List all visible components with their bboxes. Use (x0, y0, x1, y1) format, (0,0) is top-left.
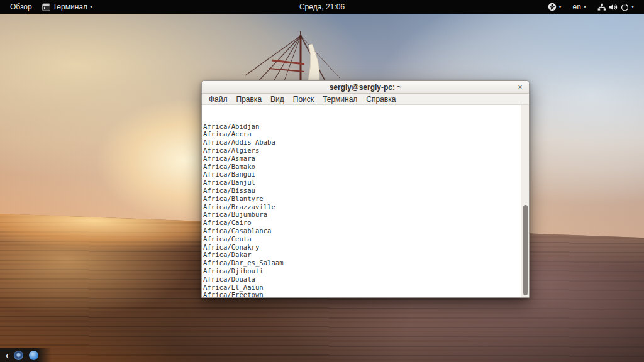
terminal-output-line: Africa/Bissau (203, 187, 521, 195)
overview-label: Обзор (10, 3, 32, 11)
app-menu-label: Терминал (53, 3, 87, 11)
chevron-down-icon: ▾ (90, 4, 92, 9)
dock-collapse-chevron-icon[interactable]: ‹ (6, 351, 8, 359)
menu-item[interactable]: Файл (204, 95, 232, 104)
terminal-output-line: Africa/Asmara (203, 155, 521, 163)
accessibility-menu[interactable]: ▾ (544, 1, 565, 13)
wired-network-icon (597, 3, 606, 11)
keyboard-layout-label: en (573, 3, 581, 11)
terminal-output-line: Africa/Banjul (203, 178, 521, 187)
terminal-output-line: Africa/Dar_es_Salaam (203, 259, 521, 267)
terminal-output-line: Africa/Ceuta (203, 235, 521, 243)
dock-app-icon-2[interactable] (29, 351, 38, 360)
terminal-output-line: Africa/Blantyre (203, 195, 521, 203)
terminal-output-line: Africa/Douala (203, 275, 521, 283)
terminal-output-line: Africa/Freetown (203, 291, 521, 297)
terminal-output-line: Africa/Accra (203, 130, 521, 138)
app-menu-button[interactable]: Терминал ▾ (38, 1, 96, 13)
terminal-output-line: Africa/Bangui (203, 170, 521, 178)
chevron-down-icon: ▾ (631, 4, 634, 9)
dock-fragment: ‹ (0, 348, 52, 362)
terminal-output-line: Africa/Addis_Ababa (203, 138, 521, 146)
terminal-output-line: Africa/Dakar (203, 251, 521, 259)
keyboard-layout-menu[interactable]: en ▾ (569, 1, 590, 13)
terminal-output-line: Africa/Casablanca (203, 227, 521, 235)
close-button[interactable]: × (516, 83, 525, 92)
chevron-down-icon: ▾ (584, 4, 586, 9)
menu-item[interactable]: Правка (232, 95, 267, 104)
terminal-output-line: Africa/Algiers (203, 146, 521, 155)
terminal-output-line: Africa/El_Aaiun (203, 283, 521, 292)
terminal-content: Africa/AbidjanAfrica/AccraAfrica/Addis_A… (202, 105, 529, 297)
terminal-output-line: Africa/Conakry (203, 243, 521, 251)
sailboat-mast (244, 16, 364, 84)
power-icon (621, 3, 629, 11)
terminal-output-line: Africa/Djibouti (203, 267, 521, 275)
terminal-icon (42, 3, 50, 11)
menu-item[interactable]: Справка (362, 95, 400, 104)
menu-item[interactable]: Вид (266, 95, 289, 104)
terminal-output-line: Africa/Cairo (203, 219, 521, 227)
speaker-icon (609, 3, 618, 11)
terminal-output-line: Africa/Abidjan (203, 123, 521, 131)
system-status-menu[interactable]: ▾ (594, 2, 638, 13)
terminal-output-line: Africa/Brazzaville (203, 203, 521, 211)
scrollbar-thumb[interactable] (523, 205, 528, 295)
terminal-window: sergiy@sergiy-pc: ~ × ФайлПравкаВидПоиск… (201, 80, 530, 298)
chevron-down-icon: ▾ (559, 4, 562, 9)
window-title: sergiy@sergiy-pc: ~ (330, 84, 402, 91)
terminal-output-line: Africa/Bujumbura (203, 211, 521, 219)
overview-button[interactable]: Обзор (6, 1, 36, 13)
gnome-top-bar: Обзор Терминал ▾ Среда, 21:06 (0, 0, 644, 14)
universal-access-icon (548, 3, 557, 11)
terminal-output-line: Africa/Bamako (203, 163, 521, 171)
scrollbar[interactable] (521, 105, 529, 297)
menu-item[interactable]: Поиск (289, 95, 318, 104)
menu-item[interactable]: Терминал (318, 95, 362, 104)
terminal-menubar: ФайлПравкаВидПоискТерминалСправка (202, 94, 529, 105)
terminal-output[interactable]: Africa/AbidjanAfrica/AccraAfrica/Addis_A… (202, 105, 521, 297)
dock-app-icon-1[interactable] (14, 351, 23, 360)
window-titlebar[interactable]: sergiy@sergiy-pc: ~ × (202, 81, 529, 94)
